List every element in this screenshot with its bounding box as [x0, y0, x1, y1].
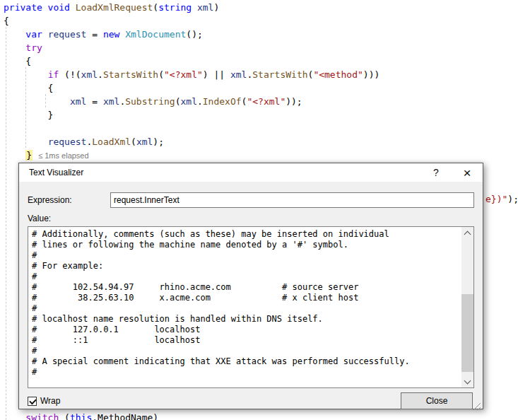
code-token: Substring	[125, 96, 175, 107]
close-icon: ×	[463, 166, 471, 180]
code-line[interactable]: }≤ 1ms elapsed	[4, 148, 379, 162]
chevron-up-icon	[464, 231, 471, 238]
code-token	[192, 2, 197, 13]
code-token: {	[4, 16, 9, 26]
close-button[interactable]: Close	[401, 392, 473, 409]
code-token: xml	[81, 69, 98, 80]
scrollbar-track[interactable]	[461, 239, 473, 375]
code-token: ));	[286, 96, 302, 107]
code-token: (	[131, 136, 136, 147]
code-token: switch	[25, 412, 59, 420]
titlebar-buttons: ? ×	[420, 163, 483, 182]
code-token: request	[48, 136, 87, 147]
scroll-down-button[interactable]	[461, 375, 473, 387]
code-token: e})"	[485, 194, 507, 204]
code-token: xml	[136, 136, 153, 147]
code-token: =	[86, 29, 102, 40]
code-line[interactable]: request.LoadXml(xml);	[4, 135, 379, 148]
code-token: )))	[363, 69, 379, 80]
code-token	[4, 412, 25, 420]
help-icon: ?	[433, 167, 439, 178]
code-line[interactable]: var request = new XmlDocument();	[4, 28, 379, 41]
vertical-scrollbar[interactable]	[461, 227, 473, 387]
code-line[interactable]: {	[4, 14, 379, 28]
code-token: XmlDocument	[125, 29, 186, 40]
code-token: xml	[180, 96, 196, 107]
code-token: request	[48, 29, 87, 40]
code-line[interactable]: private void LoadXmlRequest(string xml)	[4, 1, 379, 14]
code-token	[4, 136, 48, 147]
code-token: LoadXmlRequest	[76, 2, 153, 13]
code-line[interactable]: xml = xml.Substring(xml.IndexOf("<?xml")…	[4, 95, 379, 108]
code-token	[4, 42, 25, 53]
value-text[interactable]: # Additionally, comments (such as these)…	[28, 227, 461, 387]
code-token: "<?xml"	[247, 96, 286, 107]
code-token	[4, 150, 25, 161]
code-token: xml	[197, 2, 213, 13]
text-visualizer-dialog: Text Visualizer ? × Expression: Value: #…	[18, 163, 483, 409]
code-line[interactable]	[4, 122, 379, 135]
code-token	[4, 69, 48, 80]
code-token: var	[25, 29, 42, 40]
code-token: (!(	[59, 69, 81, 80]
code-token	[4, 96, 70, 107]
code-token: (	[59, 412, 70, 420]
code-token: string	[158, 2, 192, 13]
expression-row: Expression:	[28, 192, 474, 208]
code-line[interactable]: {	[4, 81, 379, 95]
code-token: }	[25, 150, 33, 161]
wrap-option[interactable]: Wrap	[28, 396, 60, 406]
code-token: IndexOf	[203, 96, 242, 107]
code-fragment-right[interactable]: e})");	[485, 192, 518, 206]
scrollbar-thumb[interactable]	[461, 294, 473, 372]
code-token: {	[4, 56, 31, 66]
code-token: ();	[186, 29, 202, 40]
dialog-footer: Wrap Close	[28, 392, 474, 409]
code-token: StartsWith	[103, 69, 158, 80]
code-token: "<?xml"	[164, 69, 203, 80]
expression-label: Expression:	[28, 195, 110, 205]
chevron-down-icon	[464, 377, 471, 384]
code-token: xml	[70, 96, 86, 107]
code-token: ) ||	[203, 69, 230, 80]
code-token: =	[86, 96, 102, 107]
perf-tip: ≤ 1ms elapsed	[38, 151, 88, 160]
code-line[interactable]: }	[4, 108, 379, 122]
scroll-up-button[interactable]	[461, 227, 473, 239]
code-token: private void	[4, 2, 76, 13]
code-token: .MethodName)	[92, 412, 158, 420]
code-token: (	[158, 69, 164, 80]
code-token: try	[25, 42, 42, 53]
dialog-title: Text Visualizer	[19, 168, 83, 177]
code-token: )	[213, 2, 219, 13]
dialog-titlebar[interactable]: Text Visualizer ? ×	[19, 163, 483, 182]
code-line[interactable]: if (!(xml.StartsWith("<?xml") || xml.Sta…	[4, 68, 379, 81]
code-token: );	[153, 136, 164, 147]
code-token: );	[507, 194, 518, 204]
code-token: .	[98, 69, 103, 80]
code-token: .	[197, 96, 203, 107]
code-token: xml	[230, 69, 247, 80]
code-lines[interactable]: private void LoadXmlRequest(string xml){…	[4, 1, 379, 162]
code-token: {	[4, 83, 53, 93]
code-token	[42, 29, 48, 40]
dialog-body: Expression: Value: # Additionally, comme…	[19, 182, 483, 412]
code-token: xml	[103, 96, 119, 107]
code-token: this	[70, 412, 92, 420]
code-token: "<method"	[313, 69, 363, 80]
code-token: LoadXml	[92, 136, 131, 147]
help-button[interactable]: ?	[420, 163, 452, 182]
value-viewer: # Additionally, comments (such as these)…	[28, 226, 474, 388]
close-window-button[interactable]: ×	[452, 163, 483, 182]
code-token: if	[48, 69, 59, 80]
code-line[interactable]: {	[4, 54, 379, 68]
wrap-checkbox[interactable]	[28, 397, 37, 406]
expression-input[interactable]	[110, 192, 474, 208]
code-token: (	[153, 2, 158, 13]
value-label: Value:	[28, 214, 474, 223]
code-token	[4, 29, 25, 40]
code-line[interactable]: try	[4, 41, 379, 54]
code-token: new	[103, 29, 119, 40]
wrap-label-text: Wrap	[40, 396, 60, 406]
code-line[interactable]: e})");	[485, 192, 518, 206]
